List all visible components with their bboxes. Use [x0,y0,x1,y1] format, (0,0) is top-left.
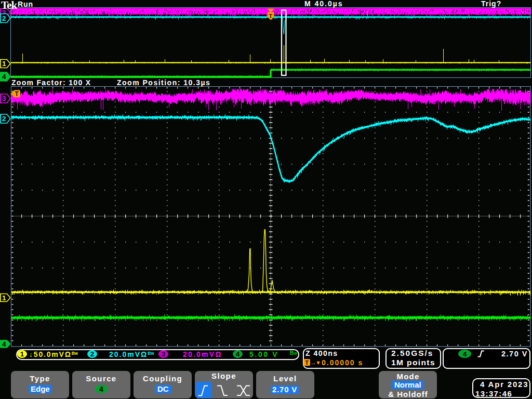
svg-text:1: 1 [2,60,6,68]
svg-text:2: 2 [2,115,6,123]
svg-text:2: 2 [2,15,6,22]
svg-text:T: T [15,90,19,98]
svg-text:T: T [269,13,273,19]
svg-text:1: 1 [2,294,6,302]
svg-text:3: 3 [2,95,6,102]
svg-text:4: 4 [2,340,6,348]
svg-text:4: 4 [2,73,6,81]
